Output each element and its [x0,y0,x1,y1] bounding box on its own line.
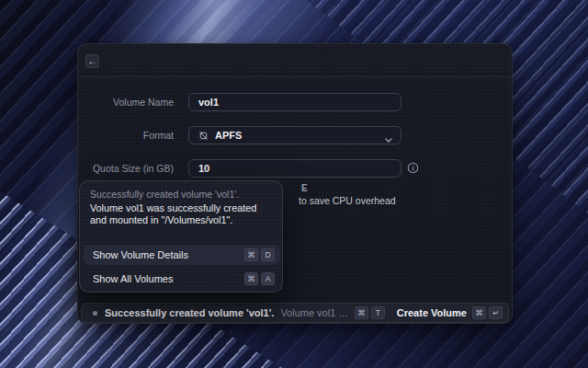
format-icon [198,131,209,141]
a-keycap: A [261,272,275,285]
toast-title: Successfully created volume 'vol1'. [90,189,239,200]
return-keycap: ↵ [489,306,503,319]
command-keycap: ⌘ [244,272,258,285]
screen: ← Volume Name vol1 Format APFS [0,0,588,368]
status-bar: Successfully created volume 'vol1'. Volu… [81,303,509,323]
action-label: Show Volume Details [93,249,239,260]
volume-name-input[interactable]: vol1 [188,93,401,111]
chevron-down-icon [385,133,392,144]
format-label: Format [78,130,174,141]
command-keycap: ⌘ [355,306,368,319]
toast-action-show-volume-details[interactable]: Show Volume Details ⌘ D [84,245,280,265]
command-keycap: ⌘ [472,306,486,319]
volume-name-value: vol1 [198,97,219,108]
obscured-text-fragment: E [301,183,308,193]
quota-size-label: Quota Size (in GB) [78,163,174,174]
quota-size-input[interactable]: 10 [188,159,401,178]
toast-shortcut-keys: ⌘ T [355,306,385,319]
quota-size-row: Quota Size (in GB) 10 [78,159,512,178]
format-select[interactable]: APFS [188,126,401,144]
t-keycap: T [371,306,385,319]
d-keycap: D [261,248,275,261]
window-header: ← [78,44,512,77]
quota-size-value: 10 [198,163,209,174]
toast-message: Volume vol1 was successfully created and… [90,202,276,225]
obscured-description-fragment: to save CPU overhead [299,195,396,206]
info-icon[interactable] [407,161,419,173]
toast-action-show-all-volumes[interactable]: Show All Volumes ⌘ A [84,269,280,289]
success-toast: Successfully created volume 'vol1'. Volu… [79,180,283,293]
action-shortcut-keys: ⌘ A [244,272,275,285]
volume-name-row: Volume Name vol1 [78,93,512,111]
back-button[interactable]: ← [85,54,99,68]
status-message: Volume vol1 was successfully creat... [280,307,348,318]
action-label: Show All Volumes [93,273,239,284]
create-volume-button[interactable]: Create Volume [397,307,467,318]
action-shortcut-keys: ⌘ D [244,248,275,261]
status-title: Successfully created volume 'vol1'. [105,307,274,318]
format-value: APFS [215,130,242,141]
create-shortcut-keys: ⌘ ↵ [472,306,503,319]
status-dot-icon [93,311,97,316]
format-row: Format APFS [78,126,512,144]
command-keycap: ⌘ [244,248,258,261]
volume-name-label: Volume Name [78,97,174,108]
